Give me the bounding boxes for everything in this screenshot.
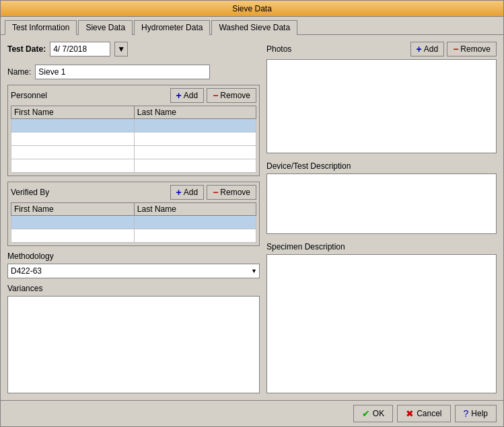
main-body: Test Date: ▼ Name: Personnel + (7, 42, 497, 393)
tab-test-information[interactable]: Test Information (5, 20, 77, 35)
name-input[interactable] (35, 65, 210, 79)
minus-icon: − (453, 44, 458, 54)
photos-add-button[interactable]: + Add (410, 42, 445, 56)
personnel-section: Personnel + Add − Remove (7, 85, 260, 176)
specimen-desc-label: Specimen Description (266, 242, 497, 251)
window-title: Sieve Data (232, 4, 272, 13)
personnel-col-lastname: Last Name (134, 106, 256, 119)
tab-sieve-data[interactable]: Sieve Data (78, 20, 133, 35)
plus-icon: + (176, 90, 182, 101)
personnel-table: First Name Last Name (11, 106, 256, 173)
photos-label: Photos (266, 44, 291, 54)
device-desc-section: Device/Test Description (266, 161, 497, 234)
verified-col-firstname: First Name (11, 203, 135, 216)
right-panel: Photos + Add − Remove (266, 42, 497, 393)
table-row[interactable] (11, 216, 256, 229)
table-row[interactable] (11, 229, 256, 243)
content-area: Test Date: ▼ Name: Personnel + (1, 35, 503, 400)
methodology-section: Methodology D422-63 (7, 251, 260, 278)
check-icon: ✔ (362, 408, 370, 419)
verified-by-label: Verified By (11, 188, 49, 197)
personnel-header: Personnel + Add − Remove (11, 88, 256, 103)
personnel-col-firstname: First Name (11, 106, 135, 119)
verified-add-button[interactable]: + Add (170, 185, 205, 200)
photos-remove-button[interactable]: − Remove (447, 42, 497, 56)
name-row: Name: (7, 65, 260, 79)
tab-washed-sieve-data[interactable]: Washed Sieve Data (211, 20, 297, 35)
test-date-dropdown[interactable]: ▼ (114, 42, 128, 56)
ok-label: OK (373, 409, 384, 418)
plus-icon: + (417, 44, 422, 54)
methodology-label: Methodology (7, 251, 260, 261)
help-label: Help (471, 409, 488, 418)
variances-section: Variances (7, 284, 260, 393)
photos-buttons: + Add − Remove (410, 42, 497, 56)
table-row[interactable] (11, 159, 256, 173)
help-button[interactable]: ? Help (455, 405, 497, 422)
tabs-row: Test Information Sieve Data Hydrometer D… (1, 17, 503, 35)
verified-buttons: + Add − Remove (170, 185, 256, 200)
device-desc-box[interactable] (266, 173, 497, 234)
personnel-buttons: + Add − Remove (170, 88, 256, 103)
plus-icon: + (176, 187, 182, 198)
methodology-select-wrapper: D422-63 (7, 264, 260, 278)
name-label: Name: (7, 67, 31, 77)
table-row[interactable] (11, 119, 256, 132)
title-bar: Sieve Data (1, 1, 503, 17)
left-panel: Test Date: ▼ Name: Personnel + (7, 42, 260, 393)
x-icon: ✖ (406, 408, 414, 419)
footer-row: ✔ OK ✖ Cancel ? Help (1, 400, 503, 426)
photos-section: Photos + Add − Remove (266, 42, 497, 153)
specimen-section: Specimen Description (266, 242, 497, 393)
main-window: Sieve Data Test Information Sieve Data H… (0, 0, 504, 427)
verified-by-header: Verified By + Add − Remove (11, 185, 256, 200)
methodology-select[interactable]: D422-63 (7, 264, 260, 278)
verified-remove-button[interactable]: − Remove (207, 185, 256, 200)
table-row[interactable] (11, 132, 256, 146)
photos-header: Photos + Add − Remove (266, 42, 497, 56)
variances-label: Variances (7, 284, 260, 293)
cancel-button[interactable]: ✖ Cancel (397, 405, 450, 422)
ok-button[interactable]: ✔ OK (353, 405, 393, 422)
device-desc-label: Device/Test Description (266, 161, 497, 171)
personnel-add-button[interactable]: + Add (170, 88, 205, 103)
test-date-input[interactable] (50, 42, 110, 56)
personnel-remove-button[interactable]: − Remove (207, 88, 256, 103)
test-date-row: Test Date: ▼ (7, 42, 260, 56)
question-icon: ? (464, 408, 469, 419)
variances-box[interactable] (7, 296, 260, 393)
personnel-label: Personnel (11, 91, 47, 100)
test-date-label: Test Date: (7, 44, 46, 54)
verified-by-table: First Name Last Name (11, 202, 256, 243)
photos-box (266, 59, 497, 153)
verified-col-lastname: Last Name (134, 203, 256, 216)
verified-by-section: Verified By + Add − Remove (7, 182, 260, 246)
specimen-desc-box[interactable] (266, 254, 497, 393)
table-row[interactable] (11, 146, 256, 159)
minus-icon: − (213, 187, 218, 198)
minus-icon: − (213, 90, 218, 101)
cancel-label: Cancel (417, 409, 441, 418)
tab-hydrometer-data[interactable]: Hydrometer Data (134, 20, 210, 35)
